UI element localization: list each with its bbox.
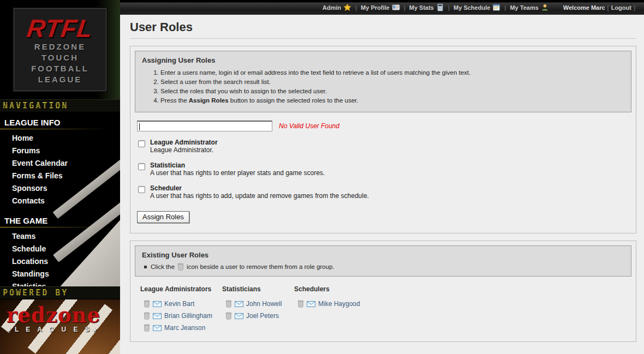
logout-bracket: [ [607,4,609,11]
group-statisticians: Statisticians John Howell Joel Peters [222,285,294,334]
sidebar-item-home[interactable]: Home [0,132,120,145]
existing-box-heading: Existing User Roles [142,251,624,259]
sidebar-item-forums[interactable]: Forums [0,145,120,157]
user-row: John Howell [225,298,294,310]
user-link[interactable]: Joel Peters [246,312,279,320]
group-title: League Administrators [140,285,222,293]
league-logo-line: LEAGUE [14,74,106,85]
user-row: Joel Peters [225,310,294,322]
group-title: Statisticians [222,285,294,293]
role-name: League Administrator [150,139,218,146]
sidebar-item-sponsors[interactable]: Sponsors [0,182,120,195]
league-logo-line: REDZONE [14,41,106,52]
sidebar-item-forms-files[interactable]: Forms & Files [0,170,120,182]
role-option-league-administrator: League Administrator League Administrato… [136,139,631,154]
sidebar-section-league-info: LEAGUE INFO [0,115,120,129]
sidebar-menu: LEAGUE INFO Home Forums Event Calendar F… [0,112,120,286]
user-row: Mike Haygood [297,298,403,310]
league-logo-line: FOOTBALL [14,63,106,74]
sidebar: RTFL REDZONE TOUCH FOOTBALL LEAGUE NAVIG… [0,0,120,354]
group-schedulers: Schedulers Mike Haygood [294,285,403,334]
navigation-header-label: NAVIGATION [3,101,68,111]
envelope-icon [307,301,315,307]
email-user-button[interactable] [235,301,243,307]
league-administrator-checkbox[interactable] [138,140,145,147]
section-underline [0,129,120,129]
envelope-icon [153,313,162,319]
logout-link[interactable]: Logout [611,4,631,11]
assign-roles-button[interactable]: Assign Roles [137,211,189,223]
email-user-button[interactable] [235,313,243,319]
powered-by-bar: POWERED BY [0,286,120,299]
sidebar-item-locations[interactable]: Locations [0,255,120,268]
nav-separator: | [504,4,506,11]
statistician-checkbox[interactable] [138,163,145,170]
league-logo: RTFL REDZONE TOUCH FOOTBALL LEAGUE [14,8,106,91]
instruction-step: Select the roles that you wish to assign… [160,88,624,94]
user-link[interactable]: Mike Haygood [318,300,360,308]
scheduler-checkbox[interactable] [138,186,145,193]
nav-my-teams[interactable]: My Teams [510,3,548,11]
user-link[interactable]: Kevin Bart [164,300,194,308]
sidebar-item-contacts[interactable]: Contacts [0,195,120,207]
top-navigation-bar: Admin | My Profile | My Stats | My Sched… [120,0,644,15]
email-user-button[interactable] [153,301,162,307]
nav-separator: | [355,4,357,11]
user-link[interactable]: John Howell [246,300,282,308]
sidebar-item-teams[interactable]: Teams [0,230,120,243]
calculator-icon [436,3,444,11]
role-description: A user that has rights to add, update an… [150,192,369,200]
bin-icon [144,324,150,332]
sidebar-item-standings[interactable]: Standings [0,268,120,280]
remove-user-button[interactable] [225,312,232,320]
role-description: League Administrator. [150,146,218,154]
logout-bracket: ] [634,4,635,11]
assigning-user-roles-section: Assigning User Roles Enter a users name,… [130,46,636,233]
nav-my-stats[interactable]: My Stats [409,3,444,11]
bin-icon [297,300,304,308]
existing-roles-box: Existing User Roles Click the icon besid… [135,245,631,277]
redzone-leagues-logo-area: redzone ★L E A G U E S★ [0,299,120,354]
role-option-scheduler: Scheduler A user that has rights to add,… [136,184,631,200]
nav-admin[interactable]: Admin [323,3,351,11]
envelope-icon [235,301,243,307]
bin-icon [144,300,150,308]
nav-my-profile[interactable]: My Profile [361,3,400,11]
user-search-input[interactable] [137,121,272,131]
user-link[interactable]: Marc Jeanson [164,324,205,332]
sidebar-item-schedule[interactable]: Schedule [0,243,120,255]
email-user-button[interactable] [307,301,315,307]
instruction-steps: Enter a users name, login id or email ad… [142,69,624,104]
remove-user-button[interactable] [144,312,150,320]
role-option-statistician: Statistician A user that has rights to e… [136,161,631,177]
calendar-icon [492,3,500,11]
section-underline [0,227,120,227]
remove-user-button[interactable] [144,300,150,308]
role-name: Statistician [150,161,325,169]
nav-my-schedule[interactable]: My Schedule [454,3,500,11]
sidebar-item-event-calendar[interactable]: Event Calendar [0,157,120,170]
assigning-instructions-box: Assigning User Roles Enter a users name,… [135,51,631,112]
group-title: Schedulers [294,285,403,293]
envelope-icon [153,325,162,331]
assigning-box-heading: Assigning User Roles [142,56,624,64]
email-user-button[interactable] [153,313,162,319]
email-user-button[interactable] [153,325,162,331]
remove-user-button[interactable] [225,300,232,308]
assign-roles-emphasis: Assign Roles [189,97,229,104]
user-link[interactable]: Brian Gillingham [164,312,212,320]
league-logo-acronym: RTFL [13,15,108,41]
title-divider [130,38,636,39]
remove-user-button[interactable] [144,324,150,332]
no-valid-user-message: No Valid User Found [279,122,339,130]
user-row: Kevin Bart [144,298,222,310]
text-caret [139,123,140,130]
navigation-header-bar: NAVIGATION [0,99,120,112]
instruction-step: Enter a users name, login id or email ad… [160,69,624,76]
instruction-step: Select a user from the search result lis… [160,79,624,85]
sidebar-item-statistics[interactable]: Statistics [0,280,120,286]
role-description: A user that has rights to enter player s… [150,169,325,177]
sidebar-section-the-game: THE GAME [0,213,120,227]
remove-user-button[interactable] [297,300,304,308]
bin-icon [177,263,184,271]
